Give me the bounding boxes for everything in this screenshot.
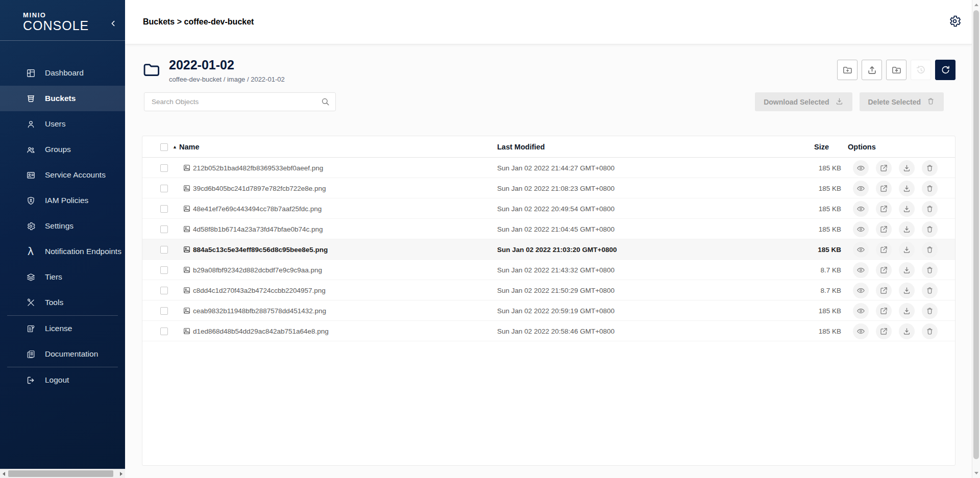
download-button[interactable] bbox=[899, 303, 915, 319]
download-button[interactable] bbox=[899, 160, 915, 176]
sidebar-item-iam-policies[interactable]: IAM Policies bbox=[0, 188, 125, 213]
delete-button[interactable] bbox=[922, 181, 938, 196]
search-input[interactable] bbox=[144, 92, 336, 111]
preview-button[interactable] bbox=[853, 242, 869, 258]
share-button[interactable] bbox=[876, 323, 892, 339]
upload-folder-button[interactable] bbox=[886, 60, 906, 80]
row-checkbox[interactable] bbox=[160, 287, 168, 294]
table-row[interactable]: b29a08fbf92342d882dcbdf7e9c9c9aa.pngSun … bbox=[142, 260, 955, 280]
table-row[interactable]: 39cd6b405bc241d7897e782fcb722e8e.pngSun … bbox=[142, 178, 955, 198]
table-row[interactable]: 212b052b1bad482fb8369533ebf0aeef.pngSun … bbox=[142, 158, 955, 178]
delete-button[interactable] bbox=[922, 303, 938, 319]
preview-button[interactable] bbox=[853, 283, 869, 298]
download-button[interactable] bbox=[899, 242, 915, 258]
share-button[interactable] bbox=[876, 160, 892, 176]
header-settings-button[interactable] bbox=[944, 12, 965, 32]
row-checkbox[interactable] bbox=[160, 164, 168, 172]
preview-button[interactable] bbox=[853, 181, 869, 196]
row-checkbox[interactable] bbox=[160, 185, 168, 192]
share-button[interactable] bbox=[876, 262, 892, 278]
horizontal-scrollbar-thumb[interactable] bbox=[8, 470, 113, 477]
sidebar-item-label: Buckets bbox=[45, 94, 76, 103]
sidebar-collapse-button[interactable] bbox=[107, 17, 120, 31]
table-row[interactable]: 4d58f8b1b6714a23a73fd47bfae0b74c.pngSun … bbox=[142, 219, 955, 239]
delete-button[interactable] bbox=[922, 323, 938, 339]
upload-file-button[interactable] bbox=[862, 60, 882, 80]
sidebar-item-users[interactable]: Users bbox=[0, 111, 125, 137]
preview-button[interactable] bbox=[853, 201, 869, 217]
download-button[interactable] bbox=[899, 181, 915, 196]
download-button[interactable] bbox=[899, 323, 915, 339]
share-button[interactable] bbox=[876, 303, 892, 319]
sidebar-item-buckets[interactable]: Buckets bbox=[0, 86, 125, 111]
sidebar-item-label: Settings bbox=[45, 221, 74, 231]
share-button[interactable] bbox=[876, 283, 892, 298]
delete-button[interactable] bbox=[922, 262, 938, 278]
refresh-icon bbox=[940, 65, 951, 76]
row-options bbox=[853, 321, 938, 341]
download-button[interactable] bbox=[899, 221, 915, 237]
row-checkbox[interactable] bbox=[160, 328, 168, 335]
table-row[interactable]: 48e41ef7e69c443494cc78b7aaf25fdc.pngSun … bbox=[142, 198, 955, 219]
scroll-up-arrow-icon[interactable] bbox=[974, 4, 978, 6]
sidebar-header: MINIO CONSOLE bbox=[0, 0, 125, 41]
preview-button[interactable] bbox=[853, 323, 869, 339]
download-button[interactable] bbox=[899, 262, 915, 278]
delete-button[interactable] bbox=[922, 283, 938, 298]
download-button[interactable] bbox=[899, 283, 915, 298]
rewind-button bbox=[911, 60, 931, 80]
sidebar-item-license[interactable]: License bbox=[0, 316, 125, 341]
table-row[interactable]: d1ed868d48b54dd29ac842ab751a64e8.pngSun … bbox=[142, 321, 955, 341]
delete-button[interactable] bbox=[922, 160, 938, 176]
share-button[interactable] bbox=[876, 242, 892, 258]
preview-button[interactable] bbox=[853, 262, 869, 278]
preview-button[interactable] bbox=[853, 160, 869, 176]
scroll-right-arrow-icon[interactable] bbox=[120, 472, 122, 476]
sidebar-item-tiers[interactable]: Tiers bbox=[0, 264, 125, 290]
delete-button[interactable] bbox=[922, 201, 938, 217]
sidebar-item-tools[interactable]: Tools bbox=[0, 290, 125, 315]
download-selected-button[interactable]: Download Selected bbox=[755, 92, 852, 111]
delete-button[interactable] bbox=[922, 221, 938, 237]
sort-asc-icon: ▲ bbox=[173, 136, 177, 158]
column-header-name[interactable]: Name bbox=[179, 136, 200, 158]
select-all-checkbox[interactable] bbox=[160, 143, 168, 151]
row-checkbox[interactable] bbox=[160, 266, 168, 274]
table-row[interactable]: 884a5c13c5e34eff89c56d8c95bee8e5.pngSun … bbox=[142, 239, 955, 260]
preview-button[interactable] bbox=[853, 303, 869, 319]
sidebar-item-settings[interactable]: Settings bbox=[0, 213, 125, 239]
sidebar-item-label: Notification Endpoints bbox=[45, 247, 121, 256]
sidebar-item-notification-endpoints[interactable]: λNotification Endpoints bbox=[0, 239, 125, 264]
breadcrumb[interactable]: Buckets > coffee-dev-bucket bbox=[143, 17, 254, 27]
scroll-down-arrow-icon[interactable] bbox=[974, 472, 978, 474]
table-row[interactable]: c8dd4c1d270f43a2b4724ccbb2204957.pngSun … bbox=[142, 280, 955, 300]
row-options bbox=[853, 260, 938, 280]
download-button[interactable] bbox=[899, 201, 915, 217]
refresh-button[interactable] bbox=[935, 60, 955, 80]
share-button[interactable] bbox=[876, 221, 892, 237]
row-checkbox[interactable] bbox=[160, 307, 168, 315]
sidebar-item-documentation[interactable]: Documentation bbox=[0, 341, 125, 367]
preview-button[interactable] bbox=[853, 221, 869, 237]
vertical-scrollbar-thumb[interactable] bbox=[973, 10, 979, 459]
file-image-icon bbox=[183, 239, 191, 260]
share-button[interactable] bbox=[876, 181, 892, 196]
sidebar-item-dashboard[interactable]: Dashboard bbox=[0, 60, 125, 86]
row-checkbox[interactable] bbox=[160, 225, 168, 233]
vertical-scrollbar[interactable] bbox=[972, 0, 980, 478]
new-path-button[interactable] bbox=[837, 60, 857, 80]
scroll-left-arrow-icon[interactable] bbox=[3, 472, 5, 476]
delete-selected-button[interactable]: Delete Selected bbox=[860, 92, 944, 111]
sidebar-item-logout[interactable]: Logout bbox=[0, 367, 125, 393]
delete-button[interactable] bbox=[922, 242, 938, 258]
sidebar-item-service-accounts[interactable]: Service Accounts bbox=[0, 162, 125, 188]
sidebar-item-label: Tools bbox=[45, 298, 63, 307]
table-row[interactable]: ceab9832b11948bfb2887578dd451432.pngSun … bbox=[142, 300, 955, 321]
row-checkbox[interactable] bbox=[160, 205, 168, 213]
sidebar-item-groups[interactable]: Groups bbox=[0, 137, 125, 162]
folder-icon bbox=[141, 60, 162, 83]
share-button[interactable] bbox=[876, 201, 892, 217]
horizontal-scrollbar[interactable] bbox=[0, 469, 125, 478]
file-image-icon bbox=[183, 219, 191, 239]
row-checkbox[interactable] bbox=[160, 246, 168, 254]
